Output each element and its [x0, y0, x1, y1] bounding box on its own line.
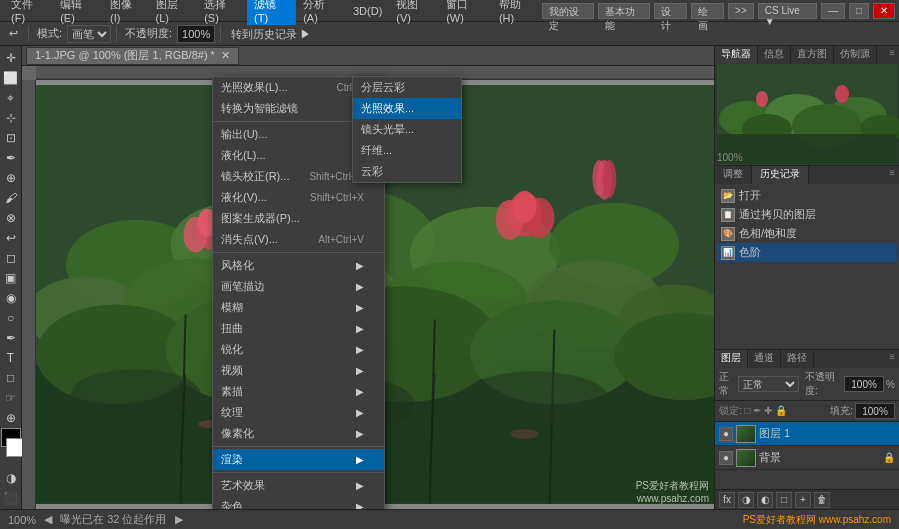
tab-layers[interactable]: 图层: [715, 350, 748, 368]
magic-wand-tool[interactable]: ⊹: [1, 108, 21, 127]
mode-select[interactable]: 画笔: [67, 25, 111, 43]
workspace-btn[interactable]: 我的设定: [542, 3, 594, 19]
dodge-tool[interactable]: ○: [1, 308, 21, 327]
crop-tool[interactable]: ⊡: [1, 128, 21, 147]
close-btn[interactable]: ✕: [873, 3, 895, 19]
layer-new-btn[interactable]: +: [795, 492, 811, 508]
ctx-pattern-gen[interactable]: 图案生成器(P)...: [213, 208, 384, 229]
layer1-eye[interactable]: ●: [719, 427, 733, 441]
svg-point-43: [460, 371, 610, 427]
design-btn[interactable]: 设计: [654, 3, 687, 19]
draw-btn[interactable]: 绘画: [691, 3, 724, 19]
history-btn[interactable]: 转到历史记录 ▶: [226, 25, 316, 43]
more-btn[interactable]: >>: [728, 3, 754, 19]
close-tab-btn[interactable]: ✕: [221, 49, 230, 62]
sub-lens-flare[interactable]: 镜头光晕...: [353, 119, 461, 140]
layers-panel-menu-btn[interactable]: ≡: [885, 350, 899, 368]
ctx-distort[interactable]: 扭曲 ▶: [213, 318, 384, 339]
history-list: 📂 打开 📋 通过拷贝的图层 🎨 色相/饱和度 📊 色阶: [715, 184, 899, 349]
sub-fibers[interactable]: 纤维...: [353, 140, 461, 161]
opacity-layers-input[interactable]: [844, 376, 884, 392]
cs-live-btn[interactable]: CS Live ▼: [758, 3, 817, 19]
menu-3d[interactable]: 3D(D): [346, 3, 389, 19]
sub-layered-clouds[interactable]: 分层云彩: [353, 77, 461, 98]
menu-edit[interactable]: 编辑(E): [53, 0, 103, 26]
history-item-levels[interactable]: 📊 色阶: [717, 243, 897, 262]
brush-tool[interactable]: 🖌: [1, 188, 21, 207]
gradient-tool[interactable]: ▣: [1, 268, 21, 287]
ctx-texture[interactable]: 纹理 ▶: [213, 402, 384, 423]
shape-tool[interactable]: □: [1, 368, 21, 387]
menu-image[interactable]: 图像(I): [103, 0, 149, 26]
tab-history[interactable]: 历史记录: [752, 166, 809, 184]
ctx-noise[interactable]: 杂色 ▶: [213, 496, 384, 509]
ctx-artistic[interactable]: 艺术效果 ▶: [213, 475, 384, 496]
hand-tool[interactable]: ☞: [1, 388, 21, 407]
history-item-open[interactable]: 📂 打开: [717, 186, 897, 205]
menu-select[interactable]: 选择(S): [197, 0, 247, 26]
ctx-pixelate[interactable]: 像素化 ▶: [213, 423, 384, 444]
history-brush-tool[interactable]: ↩: [1, 228, 21, 247]
ctx-stylize[interactable]: 风格化 ▶: [213, 255, 384, 276]
layer-item-layer1[interactable]: ● 图层 1: [715, 422, 899, 446]
sub-lighting-effects[interactable]: 光照效果...: [353, 98, 461, 119]
tool-select-btn[interactable]: ↩: [4, 25, 23, 43]
layer-adjust-btn[interactable]: ◐: [757, 492, 773, 508]
menu-window[interactable]: 窗口(W): [439, 0, 492, 26]
maximize-btn[interactable]: □: [849, 3, 869, 19]
blur-tool[interactable]: ◉: [1, 288, 21, 307]
eraser-tool[interactable]: ◻: [1, 248, 21, 267]
panel-menu-btn[interactable]: ≡: [885, 46, 899, 64]
ctx-video[interactable]: 视频 ▶: [213, 360, 384, 381]
lasso-tool[interactable]: ⌖: [1, 88, 21, 107]
quick-mask[interactable]: ◑: [1, 468, 21, 487]
fill-input[interactable]: [855, 403, 895, 419]
opacity-input[interactable]: [177, 25, 215, 43]
layer-group-btn[interactable]: □: [776, 492, 792, 508]
tab-adjustments[interactable]: 调整: [715, 166, 752, 184]
tab-paths[interactable]: 路径: [781, 350, 814, 368]
heal-tool[interactable]: ⊕: [1, 168, 21, 187]
ctx-sketch[interactable]: 素描 ▶: [213, 381, 384, 402]
menu-layer[interactable]: 图层(L): [149, 0, 198, 26]
layer-item-background[interactable]: ● 背景 🔒: [715, 446, 899, 470]
tab-histogram[interactable]: 直方图: [791, 46, 834, 64]
stamp-tool[interactable]: ⊗: [1, 208, 21, 227]
ctx-blur[interactable]: 模糊 ▶: [213, 297, 384, 318]
ctx-vanish[interactable]: 消失点(V)... Alt+Ctrl+V: [213, 229, 384, 250]
menu-view[interactable]: 视图(V): [389, 0, 439, 26]
tab-info[interactable]: 信息: [758, 46, 791, 64]
tab-channels[interactable]: 通道: [748, 350, 781, 368]
status-nav-right[interactable]: ▶: [175, 513, 183, 526]
history-panel-menu-btn[interactable]: ≡: [885, 166, 899, 184]
move-tool[interactable]: ✛: [1, 48, 21, 67]
pen-tool[interactable]: ✒: [1, 328, 21, 347]
menu-help[interactable]: 帮助(H): [492, 0, 542, 26]
background-eye[interactable]: ●: [719, 451, 733, 465]
ctx-sharpen[interactable]: 锐化 ▶: [213, 339, 384, 360]
menu-filter[interactable]: 滤镜(T): [247, 0, 296, 26]
minimize-btn[interactable]: —: [821, 3, 845, 19]
text-tool[interactable]: T: [1, 348, 21, 367]
layer-fx-btn[interactable]: fx: [719, 492, 735, 508]
layer-mask-btn[interactable]: ◑: [738, 492, 754, 508]
menu-file[interactable]: 文件(F): [4, 0, 53, 26]
tab-navigator[interactable]: 导航器: [715, 46, 758, 64]
layer-delete-btn[interactable]: 🗑: [814, 492, 830, 508]
basic-btn[interactable]: 基本功能: [598, 3, 650, 19]
eyedropper-tool[interactable]: ✒: [1, 148, 21, 167]
blend-mode-select[interactable]: 正常: [738, 376, 799, 392]
zoom-tool[interactable]: ⊕: [1, 408, 21, 427]
sub-clouds[interactable]: 云彩: [353, 161, 461, 182]
select-rect-tool[interactable]: ⬜: [1, 68, 21, 87]
ctx-render[interactable]: 渲染 ▶: [213, 449, 384, 470]
ctx-liquify2[interactable]: 液化(V)... Shift+Ctrl+X: [213, 187, 384, 208]
ctx-brush-stroke[interactable]: 画笔描边 ▶: [213, 276, 384, 297]
history-item-copy-layer[interactable]: 📋 通过拷贝的图层: [717, 205, 897, 224]
history-item-hue[interactable]: 🎨 色相/饱和度: [717, 224, 897, 243]
menu-analyze[interactable]: 分析(A): [296, 0, 346, 26]
screen-mode[interactable]: ⬛: [1, 488, 21, 507]
status-nav-left[interactable]: ◀: [44, 513, 52, 526]
canvas-tab-main[interactable]: 1-1.JPG @ 100% (图层 1, RGB/8#) * ✕: [26, 47, 239, 65]
tab-clone-source[interactable]: 仿制源: [834, 46, 877, 64]
